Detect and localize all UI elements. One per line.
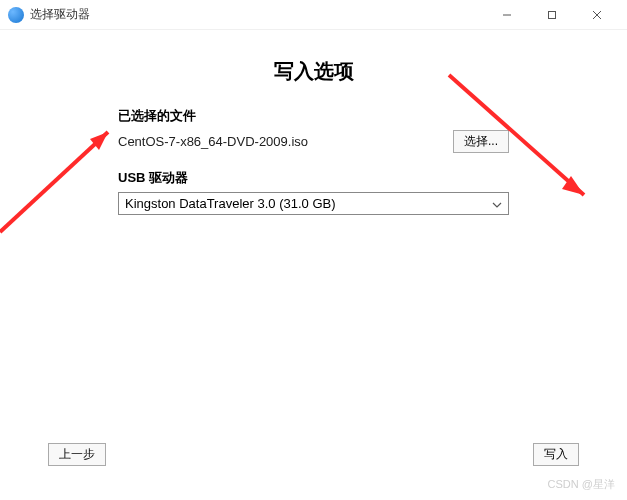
drive-select[interactable]: Kingston DataTraveler 3.0 (31.0 GB) bbox=[118, 192, 509, 215]
svg-marker-5 bbox=[90, 132, 108, 150]
drive-label: USB 驱动器 bbox=[118, 169, 509, 187]
write-button[interactable]: 写入 bbox=[533, 443, 579, 466]
file-section: 已选择的文件 CentOS-7-x86_64-DVD-2009.iso 选择..… bbox=[118, 107, 509, 153]
bottom-bar: 上一步 写入 bbox=[48, 443, 579, 466]
minimize-icon bbox=[502, 10, 512, 20]
svg-rect-1 bbox=[548, 11, 555, 18]
svg-marker-7 bbox=[562, 176, 584, 195]
annotation-arrow bbox=[0, 112, 130, 242]
svg-line-4 bbox=[0, 132, 108, 232]
maximize-button[interactable] bbox=[529, 1, 574, 29]
browse-button[interactable]: 选择... bbox=[453, 130, 509, 153]
close-icon bbox=[592, 10, 602, 20]
watermark: CSDN @星洋 bbox=[548, 477, 615, 492]
drive-selected-value: Kingston DataTraveler 3.0 (31.0 GB) bbox=[125, 196, 492, 211]
close-button[interactable] bbox=[574, 1, 619, 29]
titlebar: 选择驱动器 bbox=[0, 0, 627, 30]
maximize-icon bbox=[547, 10, 557, 20]
page-title: 写入选项 bbox=[48, 58, 579, 85]
window-title: 选择驱动器 bbox=[30, 6, 484, 23]
window-controls bbox=[484, 1, 619, 29]
chevron-down-icon bbox=[492, 196, 502, 211]
drive-section: USB 驱动器 Kingston DataTraveler 3.0 (31.0 … bbox=[118, 169, 509, 215]
selected-file-name: CentOS-7-x86_64-DVD-2009.iso bbox=[118, 134, 445, 149]
file-label: 已选择的文件 bbox=[118, 107, 509, 125]
minimize-button[interactable] bbox=[484, 1, 529, 29]
app-icon bbox=[8, 7, 24, 23]
back-button[interactable]: 上一步 bbox=[48, 443, 106, 466]
